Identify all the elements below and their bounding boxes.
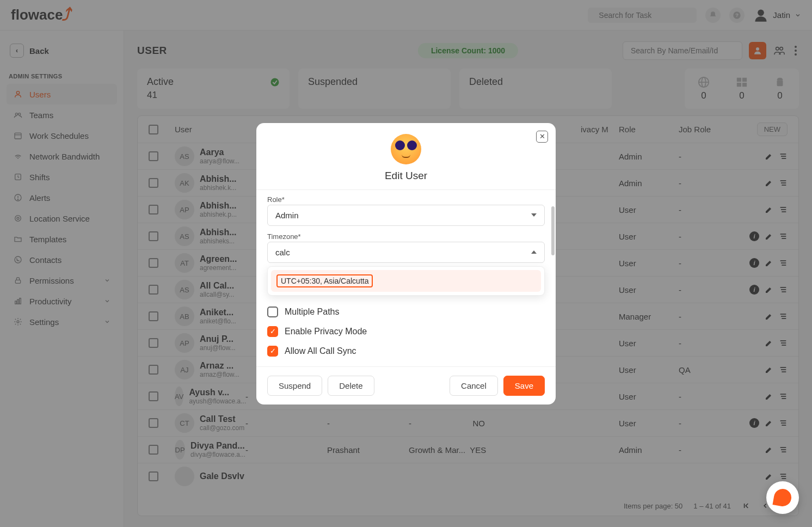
role-label: Role* — [267, 195, 545, 204]
multiple-paths-row[interactable]: Multiple Paths — [267, 302, 545, 322]
role-select[interactable]: Admin — [267, 205, 545, 226]
cancel-button[interactable]: Cancel — [450, 376, 498, 396]
checkbox-checked-icon[interactable]: ✓ — [267, 326, 278, 337]
close-icon[interactable]: ✕ — [536, 131, 548, 143]
suspend-button[interactable]: Suspend — [267, 376, 322, 396]
edit-user-modal: ✕ Edit User Role* Admin Timezone* calc U — [256, 123, 556, 405]
timezone-dropdown: UTC+05:30, Asia/Calcutta — [267, 266, 545, 296]
chat-swoosh-icon — [772, 487, 792, 507]
timezone-combobox[interactable]: calc — [267, 242, 545, 263]
chat-widget[interactable] — [766, 481, 799, 514]
caret-up-icon — [531, 249, 537, 255]
svg-marker-79 — [531, 213, 537, 217]
checkbox-checked-icon[interactable]: ✓ — [267, 346, 278, 357]
role-value: Admin — [275, 211, 299, 220]
timezone-option-text: UTC+05:30, Asia/Calcutta — [276, 274, 373, 287]
delete-button[interactable]: Delete — [328, 376, 374, 396]
checkbox-unchecked-icon[interactable] — [267, 307, 278, 317]
allow-call-sync-row[interactable]: ✓ Allow All Call Sync — [267, 341, 545, 361]
modal-overlay[interactable]: ✕ Edit User Role* Admin Timezone* calc U — [0, 0, 812, 527]
caret-down-icon — [531, 212, 537, 218]
timezone-option[interactable]: UTC+05:30, Asia/Calcutta — [271, 270, 541, 292]
multiple-paths-label: Multiple Paths — [285, 307, 340, 317]
scrollbar-thumb[interactable] — [551, 206, 555, 255]
modal-title: Edit User — [267, 170, 545, 182]
timezone-value: calc — [275, 248, 290, 257]
privacy-mode-row[interactable]: ✓ Enable Privacy Mode — [267, 322, 545, 341]
cool-face-emoji-icon — [391, 134, 421, 164]
call-sync-label: Allow All Call Sync — [285, 346, 356, 356]
privacy-mode-label: Enable Privacy Mode — [285, 327, 367, 336]
svg-marker-80 — [531, 250, 537, 254]
save-button[interactable]: Save — [503, 376, 545, 396]
timezone-label: Timezone* — [267, 232, 545, 241]
